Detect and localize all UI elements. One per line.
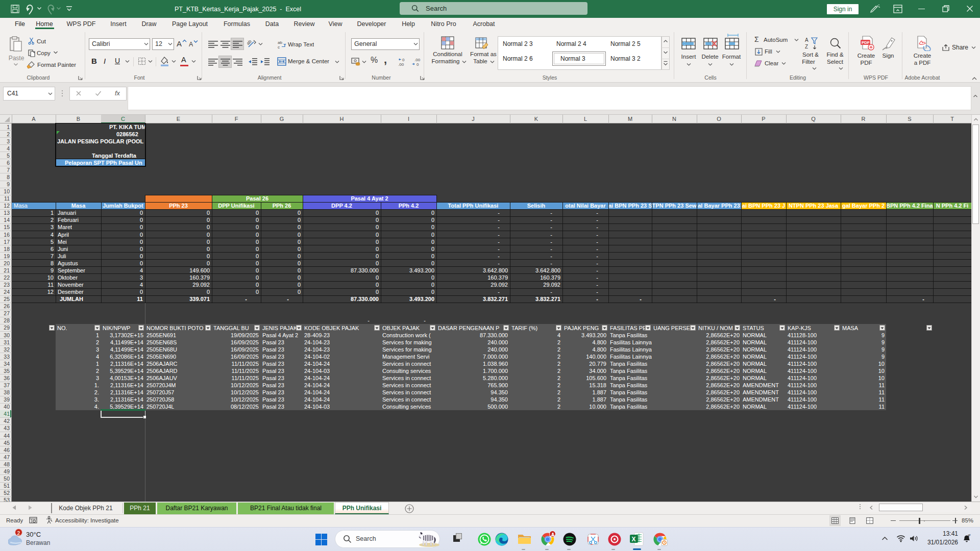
svg-text:.00: .00 [414, 58, 421, 62]
svg-text:0: 0 [416, 62, 419, 66]
svg-text:Z: Z [805, 44, 808, 49]
svg-text:PDF: PDF [862, 40, 870, 45]
svg-text:z: z [969, 534, 971, 536]
svg-text:c: c [278, 45, 280, 49]
svg-text:X: X [631, 536, 635, 543]
svg-text:ab: ab [278, 40, 282, 45]
svg-text:ab: ab [247, 39, 253, 46]
svg-text:A: A [805, 37, 808, 43]
svg-text:.00: .00 [398, 62, 404, 66]
svg-text:0: 0 [402, 58, 405, 62]
